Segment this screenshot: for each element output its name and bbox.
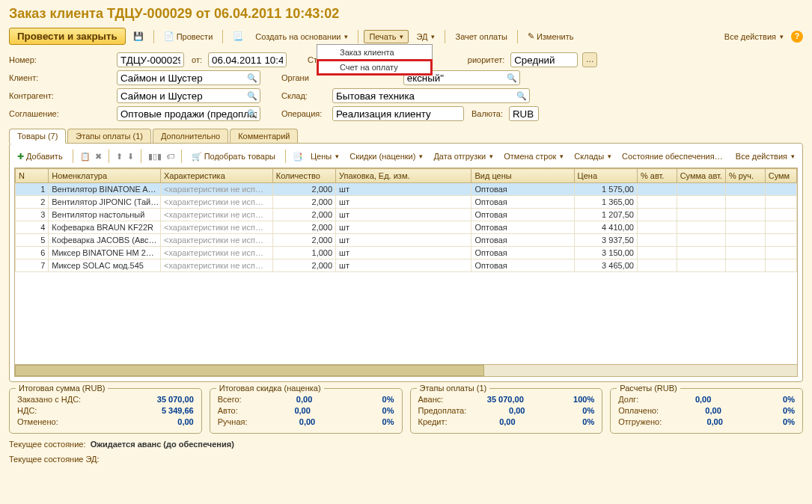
col-pack[interactable]: Упаковка, Ед. изм. — [336, 169, 471, 183]
col-ruch[interactable]: % руч. — [726, 169, 766, 183]
conduct-button[interactable]: 📄Провести — [159, 30, 218, 43]
col-price[interactable]: Цена — [574, 169, 637, 183]
panel-settlements: Расчеты (RUB) Долг:0,000% Оплачено:0,000… — [610, 388, 803, 434]
magnify-icon[interactable]: 🔍 — [247, 73, 257, 83]
print-dropdown-menu: Заказ клиента Счет на оплату — [317, 44, 433, 76]
goods-table: N Номенклатура Характеристика Количество… — [15, 168, 797, 272]
supply-button[interactable]: Состояние обеспечения… — [619, 151, 726, 162]
col-char[interactable]: Характеристика — [161, 169, 273, 183]
col-sum-avt[interactable]: Сумма авт. — [677, 169, 725, 183]
chevron-down-icon: ▾ — [400, 33, 403, 40]
save-icon[interactable]: 💾 — [129, 30, 148, 43]
tag-icon[interactable]: 🏷 — [166, 152, 174, 161]
col-sum[interactable]: Сумм — [765, 169, 796, 183]
magnify-icon[interactable]: 🔍 — [247, 109, 257, 119]
col-n[interactable]: N — [16, 169, 49, 183]
status-line-1: Текущее состояние: Ожидается аванс (до о… — [0, 437, 812, 452]
table-row[interactable]: 5Кофеварка JACOBS (Авс…<характеристики н… — [16, 234, 797, 247]
help-icon[interactable]: ? — [791, 31, 803, 43]
print-menu-order[interactable]: Заказ клиента — [317, 45, 432, 60]
h-scrollbar[interactable] — [15, 364, 797, 376]
conduct-icon: 📄 — [164, 31, 174, 41]
goods-panel: ✚Добавить 📋 ✖ ⬆ ⬇ ▮▯▮ 🏷 🛒Подобрать товар… — [9, 143, 803, 382]
goods-toolbar: ✚Добавить 📋 ✖ ⬆ ⬇ ▮▯▮ 🏷 🛒Подобрать товар… — [14, 148, 798, 168]
credit-button[interactable]: Зачет оплаты — [451, 31, 511, 43]
ship-date-button[interactable]: Дата отгрузки▾ — [430, 151, 496, 162]
basket-icon: 🛒 — [192, 152, 202, 162]
table-row[interactable]: 7Миксер SOLAC мод.545<характеристики не … — [16, 259, 797, 272]
chevron-down-icon: ▾ — [431, 33, 435, 40]
table-row[interactable]: 4Кофеварка BRAUN KF22R<характеристики не… — [16, 221, 797, 234]
chevron-down-icon: ▾ — [780, 33, 784, 40]
warehouse-label: Склад: — [281, 91, 326, 100]
copy-icon[interactable]: 📋 — [80, 152, 91, 162]
plus-icon: ✚ — [17, 152, 24, 162]
panel-stages: Этапы оплаты (1) Аванс:35 070,00100% Пре… — [410, 388, 603, 434]
operation-label: Операция: — [281, 109, 326, 118]
agreement-label: Соглашение: — [9, 109, 114, 118]
panel-stages-title: Этапы оплаты (1) — [417, 384, 490, 393]
operation-field[interactable] — [332, 106, 464, 121]
goods-table-wrap: N Номенклатура Характеристика Количество… — [14, 168, 798, 377]
print-button[interactable]: Печать▾ — [364, 30, 409, 43]
discounts-button[interactable]: Скидки (наценки)▾ — [347, 151, 426, 162]
cancel-lines-button[interactable]: Отмена строк▾ — [501, 151, 567, 162]
page-title: Заказ клиента ТДЦУ-000029 от 06.04.2011 … — [0, 0, 812, 25]
create-based-button[interactable]: Создать на основании▾ — [251, 31, 352, 43]
date-field[interactable] — [208, 52, 287, 67]
panel-settlements-title: Расчеты (RUB) — [617, 384, 680, 393]
table-row[interactable]: 3Вентилятор настольный<характеристики не… — [16, 209, 797, 221]
magnify-icon[interactable]: 🔍 — [247, 91, 257, 101]
down-icon[interactable]: ⬇ — [127, 152, 134, 162]
tab-payment-stages[interactable]: Этапы оплаты (1) — [67, 129, 151, 143]
magnify-icon[interactable]: 🔍 — [516, 91, 527, 101]
pick-goods-button[interactable]: 🛒Подобрать товары — [189, 151, 278, 162]
tab-comment[interactable]: Комментарий — [230, 129, 298, 143]
col-name[interactable]: Номенклатура — [49, 169, 161, 183]
currency-label: Валюта: — [471, 109, 503, 118]
tab-additional[interactable]: Дополнительно — [153, 129, 228, 143]
tab-goods[interactable]: Товары (7) — [9, 129, 66, 144]
panel-discount-title: Итоговая скидка (наценка) — [216, 384, 324, 393]
priority-picker[interactable]: … — [582, 52, 597, 67]
col-avt[interactable]: % авт. — [637, 169, 677, 183]
summary-panels: Итоговая сумма (RUB) Заказано с НДС:35 0… — [0, 382, 812, 437]
delete-icon[interactable]: ✖ — [95, 152, 102, 162]
priority-field[interactable] — [510, 52, 578, 67]
table-row[interactable]: 1Вентилятор BINATONE A…<характеристики н… — [16, 183, 797, 196]
org-label: Органи — [281, 73, 309, 82]
table-row[interactable]: 6Миксер BINATONE HM 2…<характеристики не… — [16, 247, 797, 259]
barcode-icon[interactable]: ▮▯▮ — [148, 152, 162, 162]
prices-button[interactable]: Цены▾ — [308, 151, 342, 162]
agreement-field[interactable] — [117, 106, 260, 121]
doc-icon[interactable]: 📑 — [293, 152, 303, 162]
number-field[interactable] — [117, 52, 184, 67]
new-doc-icon[interactable]: 📃 — [228, 30, 248, 43]
ed-button[interactable]: ЭД▾ — [412, 31, 439, 43]
warehouses-button[interactable]: Склады▾ — [571, 151, 614, 162]
magnify-icon[interactable]: 🔍 — [507, 73, 517, 83]
add-button[interactable]: ✚Добавить — [14, 151, 66, 162]
col-qty[interactable]: Количество — [272, 169, 335, 183]
priority-label: риоритет: — [468, 55, 504, 64]
all-actions-inner-button[interactable]: Все действия▾ — [733, 151, 798, 162]
conduct-close-button[interactable]: Провести и закрыть — [9, 28, 126, 45]
panel-total: Итоговая сумма (RUB) Заказано с НДС:35 0… — [9, 388, 202, 434]
from-label: от: — [192, 55, 202, 64]
number-label: Номер: — [9, 55, 114, 64]
print-menu-invoice[interactable]: Счет на оплату — [317, 60, 432, 75]
col-price-type[interactable]: Вид цены — [471, 169, 574, 183]
client-label: Клиент: — [9, 73, 114, 82]
tab-strip: Товары (7) Этапы оплаты (1) Дополнительн… — [0, 126, 812, 143]
chevron-down-icon: ▾ — [344, 33, 348, 40]
all-actions-button[interactable]: Все действия▾ — [720, 31, 788, 43]
panel-total-title: Итоговая сумма (RUB) — [16, 384, 108, 393]
warehouse-field[interactable] — [332, 88, 530, 103]
contragent-field[interactable] — [117, 88, 260, 103]
up-icon[interactable]: ⬆ — [116, 152, 123, 162]
change-button[interactable]: ✎Изменить — [523, 30, 579, 43]
currency-field[interactable] — [509, 106, 539, 121]
client-field[interactable] — [117, 70, 260, 85]
panel-discount: Итоговая скидка (наценка) Всего:0,000% А… — [210, 388, 403, 434]
table-row[interactable]: 2Вентилятор JIPONIC (Тай…<характеристики… — [16, 196, 797, 209]
